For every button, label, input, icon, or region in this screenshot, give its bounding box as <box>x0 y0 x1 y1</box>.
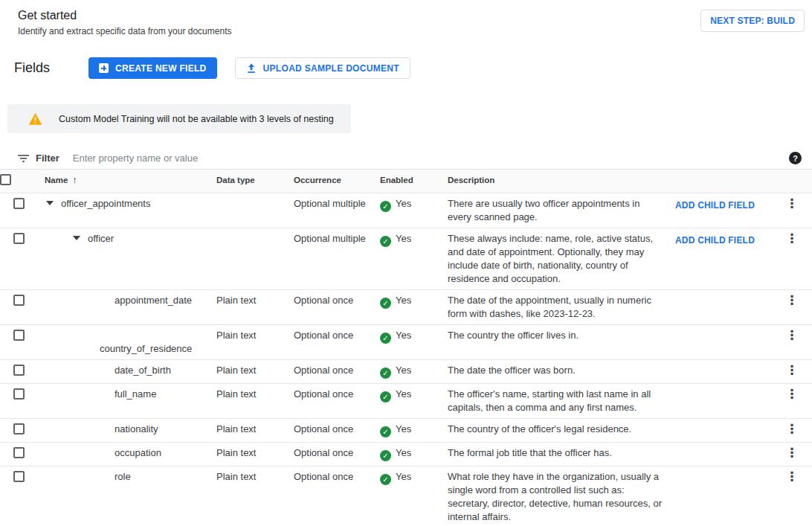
row-menu-cell: ⋮ <box>779 384 812 418</box>
row-overflow-menu-icon[interactable]: ⋮ <box>786 197 799 211</box>
table-row: nationalityPlain textOptional once✓YesTh… <box>0 419 812 443</box>
page-title: Get started <box>18 9 794 22</box>
row-menu-cell: ⋮ <box>779 228 812 289</box>
field-name: occupation <box>115 447 161 458</box>
row-actions-cell <box>675 384 779 418</box>
upload-sample-document-label: UPLOAD SAMPLE DOCUMENT <box>263 63 399 74</box>
upload-sample-document-button[interactable]: UPLOAD SAMPLE DOCUMENT <box>235 57 410 79</box>
collapse-chevron-icon[interactable] <box>73 236 80 240</box>
row-checkbox[interactable] <box>13 388 25 400</box>
help-icon[interactable]: ? <box>789 152 802 164</box>
enabled-check-icon: ✓ <box>380 474 391 485</box>
add-child-field-link[interactable]: ADD CHILD FIELD <box>675 235 755 246</box>
warning-icon <box>28 112 42 125</box>
enabled-check-icon: ✓ <box>380 391 391 402</box>
data-type-cell: Plain text <box>216 325 294 359</box>
table-row: country_of_residencePlain textOptional o… <box>0 325 812 360</box>
field-name: role <box>115 471 131 482</box>
row-overflow-menu-icon[interactable]: ⋮ <box>786 423 799 436</box>
row-menu-cell: ⋮ <box>779 193 812 228</box>
row-menu-cell: ⋮ <box>779 419 812 442</box>
enabled-cell: ✓Yes <box>380 290 448 324</box>
occurrence-cell: Optional once <box>294 419 380 442</box>
enabled-value: Yes <box>396 295 411 306</box>
filter-icon <box>18 154 29 163</box>
page-subtitle: Identify and extract specific data from … <box>18 26 794 36</box>
occurrence-cell: Optional once <box>294 360 380 383</box>
enabled-value: Yes <box>396 365 411 376</box>
field-name-cell: nationality <box>45 419 216 442</box>
row-overflow-menu-icon[interactable]: ⋮ <box>786 388 799 401</box>
enabled-check-icon: ✓ <box>380 236 391 247</box>
enabled-cell: ✓Yes <box>380 325 448 359</box>
description-cell: The date of the appointment, usually in … <box>448 290 675 324</box>
enabled-cell: ✓Yes <box>380 360 448 383</box>
occurrence-cell: Optional multiple <box>294 193 380 228</box>
field-name-cell: appointment_date <box>45 290 216 324</box>
enabled-check-icon: ✓ <box>380 298 391 309</box>
enabled-cell: ✓Yes <box>380 193 448 228</box>
enabled-check-icon: ✓ <box>380 450 391 461</box>
row-overflow-menu-icon[interactable]: ⋮ <box>786 364 799 377</box>
fields-toolbar: Fields CREATE NEW FIELD UPLOAD SAMPLE DO… <box>0 41 812 83</box>
row-checkbox[interactable] <box>13 471 25 482</box>
enabled-value: Yes <box>396 471 411 482</box>
row-overflow-menu-icon[interactable]: ⋮ <box>786 294 799 307</box>
row-checkbox-cell <box>0 228 45 289</box>
row-overflow-menu-icon[interactable]: ⋮ <box>786 470 799 484</box>
row-checkbox[interactable] <box>13 295 25 306</box>
collapse-chevron-icon[interactable] <box>46 201 54 205</box>
row-checkbox[interactable] <box>13 198 25 209</box>
description-cell: There are usually two officer appointmen… <box>448 193 675 228</box>
data-type-cell: Plain text <box>216 384 294 418</box>
create-new-field-button[interactable]: CREATE NEW FIELD <box>88 57 217 79</box>
row-actions-cell <box>675 290 779 324</box>
enabled-cell: ✓Yes <box>380 443 448 466</box>
row-menu-cell: ⋮ <box>779 325 812 359</box>
data-type-cell <box>216 193 294 228</box>
table-header: Name↑ Data type Occurrence Enabled Descr… <box>0 170 812 193</box>
row-actions-cell <box>675 360 779 383</box>
row-checkbox[interactable] <box>13 330 25 341</box>
enabled-value: Yes <box>396 198 411 209</box>
row-overflow-menu-icon[interactable]: ⋮ <box>786 329 799 342</box>
description-cell: What role they have in the organization,… <box>448 466 675 526</box>
description-cell: The officer's name, starting with last n… <box>448 384 675 418</box>
fields-section-title: Fields <box>14 60 50 76</box>
table-row: occupationPlain textOptional once✓YesThe… <box>0 443 812 466</box>
next-step-build-button[interactable]: NEXT STEP: BUILD <box>700 10 805 32</box>
occurrence-cell: Optional once <box>294 443 380 466</box>
add-child-field-link[interactable]: ADD CHILD FIELD <box>675 200 755 211</box>
column-header-name[interactable]: Name <box>45 176 68 185</box>
row-checkbox-cell <box>0 193 45 228</box>
enabled-value: Yes <box>396 330 411 341</box>
enabled-value: Yes <box>396 447 411 458</box>
data-type-cell: Plain text <box>216 443 294 466</box>
table-row: full_namePlain textOptional once✓YesThe … <box>0 384 812 419</box>
row-checkbox[interactable] <box>13 423 25 434</box>
page-header: Get started Identify and extract specifi… <box>0 0 812 41</box>
select-all-cell <box>0 170 45 193</box>
row-overflow-menu-icon[interactable]: ⋮ <box>786 446 799 460</box>
enabled-cell: ✓Yes <box>380 419 448 442</box>
row-overflow-menu-icon[interactable]: ⋮ <box>786 232 799 246</box>
field-name: date_of_birth <box>115 365 171 376</box>
enabled-value: Yes <box>396 233 411 244</box>
filter-input[interactable] <box>71 152 789 164</box>
occurrence-cell: Optional multiple <box>294 228 380 289</box>
field-name-cell: date_of_birth <box>45 360 216 383</box>
row-checkbox[interactable] <box>13 233 25 244</box>
field-name-cell: role <box>45 466 216 526</box>
column-header-occurrence: Occurrence <box>294 170 380 193</box>
row-checkbox[interactable] <box>13 365 25 376</box>
row-actions-cell <box>675 443 779 466</box>
select-all-checkbox[interactable] <box>0 174 11 185</box>
enabled-value: Yes <box>396 423 411 434</box>
field-name: nationality <box>115 423 158 434</box>
table-row: date_of_birthPlain textOptional once✓Yes… <box>0 360 812 384</box>
filter-row: Filter ? <box>0 147 812 170</box>
row-checkbox[interactable] <box>13 447 25 458</box>
enabled-cell: ✓Yes <box>380 228 448 289</box>
sort-ascending-icon[interactable]: ↑ <box>72 174 77 185</box>
column-header-data-type: Data type <box>216 170 294 193</box>
